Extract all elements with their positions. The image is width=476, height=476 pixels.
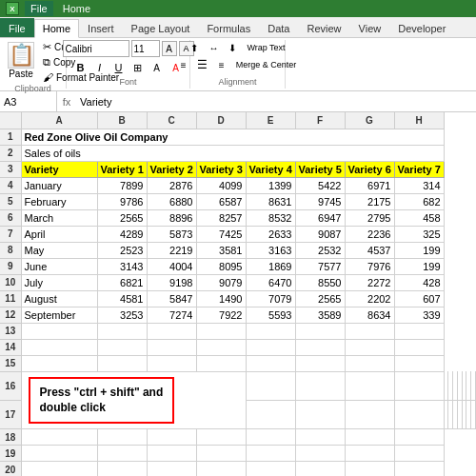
table-cell[interactable]: 7274 <box>147 307 196 323</box>
table-cell[interactable]: 6947 <box>295 209 345 226</box>
table-cell[interactable]: Variety 5 <box>295 161 345 177</box>
table-cell[interactable] <box>471 400 476 428</box>
table-cell[interactable]: May <box>21 242 97 258</box>
table-cell[interactable]: 4289 <box>97 226 147 242</box>
increase-font-button[interactable]: A <box>162 41 177 56</box>
table-cell[interactable]: Variety 6 <box>345 161 394 177</box>
table-cell[interactable]: 2523 <box>97 242 147 258</box>
row-header[interactable]: 17 <box>0 400 21 428</box>
col-header-d[interactable]: D <box>196 112 246 129</box>
table-cell[interactable] <box>345 355 394 371</box>
align-middle-button[interactable]: ↔ <box>205 40 222 55</box>
table-cell[interactable]: 682 <box>394 193 444 209</box>
table-cell[interactable] <box>196 462 246 476</box>
font-size-input[interactable] <box>131 40 160 57</box>
name-box[interactable]: A3 <box>0 91 57 111</box>
table-cell[interactable]: August <box>21 290 97 307</box>
table-cell[interactable] <box>345 323 394 339</box>
table-cell[interactable]: Variety 3 <box>196 161 246 177</box>
tab-file[interactable]: File <box>0 18 34 37</box>
merge-center-button[interactable]: Merge & Center <box>232 58 301 71</box>
table-cell[interactable] <box>295 371 345 400</box>
border-button[interactable]: ⊞ <box>129 59 147 76</box>
table-cell[interactable]: 7922 <box>196 307 246 323</box>
table-cell[interactable]: 325 <box>394 226 444 242</box>
table-cell[interactable]: 199 <box>394 258 444 274</box>
table-cell[interactable] <box>97 339 147 355</box>
col-header-b[interactable]: B <box>97 112 147 129</box>
table-cell[interactable]: 6587 <box>196 193 246 209</box>
row-header[interactable]: 7 <box>0 226 21 242</box>
file-tab-label[interactable]: File <box>25 1 53 16</box>
table-cell[interactable]: 2202 <box>345 290 394 307</box>
table-cell[interactable] <box>97 323 147 339</box>
table-cell[interactable]: 7425 <box>196 226 246 242</box>
table-cell[interactable]: 3163 <box>246 242 295 258</box>
table-cell[interactable]: 4004 <box>147 258 196 274</box>
table-cell[interactable]: 4537 <box>345 242 394 258</box>
formula-input[interactable]: Variety <box>76 96 476 108</box>
row-header[interactable]: 10 <box>0 274 21 290</box>
table-cell[interactable]: 199 <box>394 242 444 258</box>
table-cell[interactable]: 9079 <box>196 274 246 290</box>
table-cell[interactable] <box>246 446 295 462</box>
table-cell[interactable] <box>394 371 444 400</box>
row-header[interactable]: 9 <box>0 258 21 274</box>
table-cell[interactable]: 458 <box>394 209 444 226</box>
table-cell[interactable] <box>147 339 196 355</box>
col-header-e[interactable]: E <box>246 112 295 129</box>
row-header[interactable]: 2 <box>0 145 21 161</box>
table-cell[interactable]: 2219 <box>147 242 196 258</box>
row-header[interactable]: 15 <box>0 355 21 371</box>
table-cell[interactable] <box>345 371 394 400</box>
table-cell[interactable]: February <box>21 193 97 209</box>
col-header-h[interactable]: H <box>394 112 444 129</box>
table-cell[interactable] <box>295 429 345 446</box>
row-header[interactable]: 14 <box>0 339 21 355</box>
row-header[interactable]: 3 <box>0 161 21 177</box>
row-header[interactable]: 11 <box>0 290 21 307</box>
table-cell[interactable] <box>394 429 444 446</box>
table-cell[interactable] <box>295 462 345 476</box>
table-cell[interactable]: July <box>21 274 97 290</box>
table-cell[interactable] <box>97 462 147 476</box>
tab-review[interactable]: Review <box>298 18 349 37</box>
table-cell[interactable] <box>147 462 196 476</box>
table-cell[interactable]: 2272 <box>345 274 394 290</box>
table-cell[interactable]: 9198 <box>147 274 196 290</box>
table-cell[interactable] <box>246 400 295 428</box>
table-cell[interactable]: 3253 <box>97 307 147 323</box>
table-cell[interactable]: 6880 <box>147 193 196 209</box>
table-cell[interactable]: 6470 <box>246 274 295 290</box>
table-cell[interactable]: 8095 <box>196 258 246 274</box>
tab-page-layout[interactable]: Page Layout <box>123 18 199 37</box>
wrap-text-button[interactable]: Wrap Text <box>243 41 288 54</box>
table-cell[interactable] <box>394 446 444 462</box>
table-cell[interactable] <box>345 446 394 462</box>
row-header[interactable]: 13 <box>0 323 21 339</box>
row-header[interactable]: 4 <box>0 177 21 193</box>
table-cell[interactable]: 4099 <box>196 177 246 193</box>
align-bottom-button[interactable]: ⬇ <box>224 40 241 55</box>
italic-button[interactable]: I <box>91 59 109 76</box>
align-right-button[interactable]: ≡ <box>213 57 230 72</box>
table-cell[interactable]: 9745 <box>295 193 345 209</box>
table-cell[interactable]: Sales of oils <box>21 145 444 161</box>
table-cell[interactable]: 2565 <box>295 290 345 307</box>
table-cell[interactable]: 5422 <box>295 177 345 193</box>
table-cell[interactable]: 4581 <box>97 290 147 307</box>
table-cell[interactable] <box>97 355 147 371</box>
table-cell[interactable] <box>21 446 97 462</box>
table-cell[interactable] <box>295 400 345 428</box>
table-cell[interactable]: 3581 <box>196 242 246 258</box>
table-cell[interactable] <box>295 446 345 462</box>
table-cell[interactable]: 2236 <box>345 226 394 242</box>
table-cell[interactable] <box>246 355 295 371</box>
bold-button[interactable]: B <box>72 59 89 76</box>
table-cell[interactable] <box>196 339 246 355</box>
table-cell[interactable] <box>295 323 345 339</box>
table-cell[interactable]: 314 <box>394 177 444 193</box>
table-cell[interactable] <box>246 323 295 339</box>
table-cell[interactable]: 5847 <box>147 290 196 307</box>
table-cell[interactable]: 3143 <box>97 258 147 274</box>
